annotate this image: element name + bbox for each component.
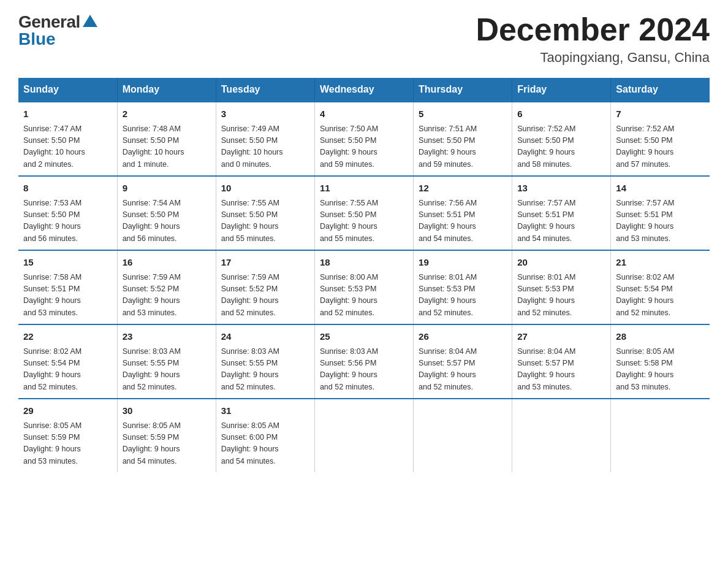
calendar-week-5: 29Sunrise: 8:05 AM Sunset: 5:59 PM Dayli… bbox=[18, 399, 710, 472]
day-number: 19 bbox=[419, 256, 507, 270]
calendar-body: 1Sunrise: 7:47 AM Sunset: 5:50 PM Daylig… bbox=[18, 102, 710, 472]
day-info: Sunrise: 7:59 AM Sunset: 5:52 PM Dayligh… bbox=[123, 272, 211, 320]
logo-blue-text: Blue bbox=[18, 29, 56, 49]
day-info: Sunrise: 8:03 AM Sunset: 5:55 PM Dayligh… bbox=[123, 346, 211, 394]
calendar-cell: 10Sunrise: 7:55 AM Sunset: 5:50 PM Dayli… bbox=[216, 176, 314, 250]
day-number: 7 bbox=[616, 107, 705, 121]
day-number: 11 bbox=[320, 182, 408, 196]
day-number: 27 bbox=[517, 330, 605, 344]
calendar-cell: 25Sunrise: 8:03 AM Sunset: 5:56 PM Dayli… bbox=[314, 324, 413, 399]
calendar-week-4: 22Sunrise: 8:02 AM Sunset: 5:54 PM Dayli… bbox=[18, 324, 710, 399]
day-header-monday: Monday bbox=[117, 78, 216, 102]
day-info: Sunrise: 8:04 AM Sunset: 5:57 PM Dayligh… bbox=[517, 346, 605, 394]
day-info: Sunrise: 7:54 AM Sunset: 5:50 PM Dayligh… bbox=[123, 197, 211, 245]
calendar-cell: 5Sunrise: 7:51 AM Sunset: 5:50 PM Daylig… bbox=[414, 102, 512, 176]
calendar-cell: 27Sunrise: 8:04 AM Sunset: 5:57 PM Dayli… bbox=[512, 324, 611, 399]
day-number: 1 bbox=[23, 107, 112, 121]
calendar-cell: 4Sunrise: 7:50 AM Sunset: 5:50 PM Daylig… bbox=[314, 102, 413, 176]
title-block: December 2024 Taopingxiang, Gansu, China bbox=[476, 12, 710, 66]
day-info: Sunrise: 7:55 AM Sunset: 5:50 PM Dayligh… bbox=[221, 197, 309, 245]
page-header: General Blue December 2024 Taopingxiang,… bbox=[18, 12, 710, 66]
calendar-table: SundayMondayTuesdayWednesdayThursdayFrid… bbox=[18, 78, 710, 472]
day-info: Sunrise: 7:57 AM Sunset: 5:51 PM Dayligh… bbox=[517, 197, 605, 245]
day-header-wednesday: Wednesday bbox=[314, 78, 413, 102]
day-info: Sunrise: 8:01 AM Sunset: 5:53 PM Dayligh… bbox=[517, 272, 605, 320]
calendar-cell: 19Sunrise: 8:01 AM Sunset: 5:53 PM Dayli… bbox=[414, 250, 512, 324]
day-number: 20 bbox=[517, 256, 605, 270]
day-info: Sunrise: 8:05 AM Sunset: 5:58 PM Dayligh… bbox=[616, 346, 705, 394]
day-header-thursday: Thursday bbox=[414, 78, 512, 102]
calendar-cell bbox=[414, 399, 512, 472]
day-number: 10 bbox=[221, 182, 309, 196]
calendar-cell: 30Sunrise: 8:05 AM Sunset: 5:59 PM Dayli… bbox=[117, 399, 216, 472]
day-info: Sunrise: 7:48 AM Sunset: 5:50 PM Dayligh… bbox=[123, 123, 211, 171]
calendar-cell: 23Sunrise: 8:03 AM Sunset: 5:55 PM Dayli… bbox=[117, 324, 216, 399]
day-number: 18 bbox=[320, 256, 408, 270]
day-number: 3 bbox=[221, 107, 309, 121]
calendar-cell: 28Sunrise: 8:05 AM Sunset: 5:58 PM Dayli… bbox=[611, 324, 710, 399]
calendar-cell: 2Sunrise: 7:48 AM Sunset: 5:50 PM Daylig… bbox=[117, 102, 216, 176]
calendar-cell: 16Sunrise: 7:59 AM Sunset: 5:52 PM Dayli… bbox=[117, 250, 216, 324]
day-number: 17 bbox=[221, 256, 309, 270]
day-number: 29 bbox=[23, 404, 112, 418]
day-number: 12 bbox=[419, 182, 507, 196]
day-info: Sunrise: 8:05 AM Sunset: 6:00 PM Dayligh… bbox=[221, 420, 309, 468]
calendar-cell: 14Sunrise: 7:57 AM Sunset: 5:51 PM Dayli… bbox=[611, 176, 710, 250]
day-info: Sunrise: 8:05 AM Sunset: 5:59 PM Dayligh… bbox=[23, 420, 112, 468]
calendar-cell: 29Sunrise: 8:05 AM Sunset: 5:59 PM Dayli… bbox=[18, 399, 117, 472]
day-number: 23 bbox=[123, 330, 211, 344]
day-info: Sunrise: 7:52 AM Sunset: 5:50 PM Dayligh… bbox=[616, 123, 705, 171]
calendar-cell: 9Sunrise: 7:54 AM Sunset: 5:50 PM Daylig… bbox=[117, 176, 216, 250]
day-number: 22 bbox=[23, 330, 112, 344]
day-number: 4 bbox=[320, 107, 408, 121]
calendar-cell: 18Sunrise: 8:00 AM Sunset: 5:53 PM Dayli… bbox=[314, 250, 413, 324]
day-info: Sunrise: 7:58 AM Sunset: 5:51 PM Dayligh… bbox=[23, 272, 112, 320]
calendar-cell bbox=[512, 399, 611, 472]
day-header-friday: Friday bbox=[512, 78, 611, 102]
calendar-cell bbox=[314, 399, 413, 472]
calendar-cell bbox=[611, 399, 710, 472]
calendar-cell: 24Sunrise: 8:03 AM Sunset: 5:55 PM Dayli… bbox=[216, 324, 314, 399]
logo-triangle-icon bbox=[83, 15, 97, 27]
day-number: 21 bbox=[616, 256, 705, 270]
calendar-cell: 17Sunrise: 7:59 AM Sunset: 5:52 PM Dayli… bbox=[216, 250, 314, 324]
day-info: Sunrise: 8:05 AM Sunset: 5:59 PM Dayligh… bbox=[123, 420, 211, 468]
day-info: Sunrise: 7:51 AM Sunset: 5:50 PM Dayligh… bbox=[419, 123, 507, 171]
day-number: 8 bbox=[23, 182, 112, 196]
calendar-cell: 20Sunrise: 8:01 AM Sunset: 5:53 PM Dayli… bbox=[512, 250, 611, 324]
day-number: 6 bbox=[517, 107, 605, 121]
calendar-cell: 12Sunrise: 7:56 AM Sunset: 5:51 PM Dayli… bbox=[414, 176, 512, 250]
day-header-sunday: Sunday bbox=[18, 78, 117, 102]
calendar-cell: 26Sunrise: 8:04 AM Sunset: 5:57 PM Dayli… bbox=[414, 324, 512, 399]
calendar-week-2: 8Sunrise: 7:53 AM Sunset: 5:50 PM Daylig… bbox=[18, 176, 710, 250]
calendar-cell: 8Sunrise: 7:53 AM Sunset: 5:50 PM Daylig… bbox=[18, 176, 117, 250]
day-info: Sunrise: 7:47 AM Sunset: 5:50 PM Dayligh… bbox=[23, 123, 112, 171]
day-info: Sunrise: 8:02 AM Sunset: 5:54 PM Dayligh… bbox=[616, 272, 705, 320]
day-info: Sunrise: 7:52 AM Sunset: 5:50 PM Dayligh… bbox=[517, 123, 605, 171]
logo: General Blue bbox=[18, 12, 97, 49]
day-info: Sunrise: 7:57 AM Sunset: 5:51 PM Dayligh… bbox=[616, 197, 705, 245]
day-info: Sunrise: 7:56 AM Sunset: 5:51 PM Dayligh… bbox=[419, 197, 507, 245]
day-number: 26 bbox=[419, 330, 507, 344]
calendar-cell: 6Sunrise: 7:52 AM Sunset: 5:50 PM Daylig… bbox=[512, 102, 611, 176]
calendar-cell: 13Sunrise: 7:57 AM Sunset: 5:51 PM Dayli… bbox=[512, 176, 611, 250]
calendar-week-3: 15Sunrise: 7:58 AM Sunset: 5:51 PM Dayli… bbox=[18, 250, 710, 324]
month-title: December 2024 bbox=[476, 12, 710, 47]
day-info: Sunrise: 7:50 AM Sunset: 5:50 PM Dayligh… bbox=[320, 123, 408, 171]
day-info: Sunrise: 8:04 AM Sunset: 5:57 PM Dayligh… bbox=[419, 346, 507, 394]
day-number: 28 bbox=[616, 330, 705, 344]
day-number: 2 bbox=[123, 107, 211, 121]
day-number: 14 bbox=[616, 182, 705, 196]
location-subtitle: Taopingxiang, Gansu, China bbox=[476, 50, 710, 66]
calendar-cell: 3Sunrise: 7:49 AM Sunset: 5:50 PM Daylig… bbox=[216, 102, 314, 176]
day-number: 24 bbox=[221, 330, 309, 344]
calendar-cell: 15Sunrise: 7:58 AM Sunset: 5:51 PM Dayli… bbox=[18, 250, 117, 324]
day-number: 9 bbox=[123, 182, 211, 196]
day-info: Sunrise: 8:02 AM Sunset: 5:54 PM Dayligh… bbox=[23, 346, 112, 394]
day-number: 31 bbox=[221, 404, 309, 418]
day-info: Sunrise: 7:53 AM Sunset: 5:50 PM Dayligh… bbox=[23, 197, 112, 245]
day-number: 5 bbox=[419, 107, 507, 121]
day-info: Sunrise: 8:03 AM Sunset: 5:55 PM Dayligh… bbox=[221, 346, 309, 394]
calendar-cell: 7Sunrise: 7:52 AM Sunset: 5:50 PM Daylig… bbox=[611, 102, 710, 176]
calendar-cell: 22Sunrise: 8:02 AM Sunset: 5:54 PM Dayli… bbox=[18, 324, 117, 399]
